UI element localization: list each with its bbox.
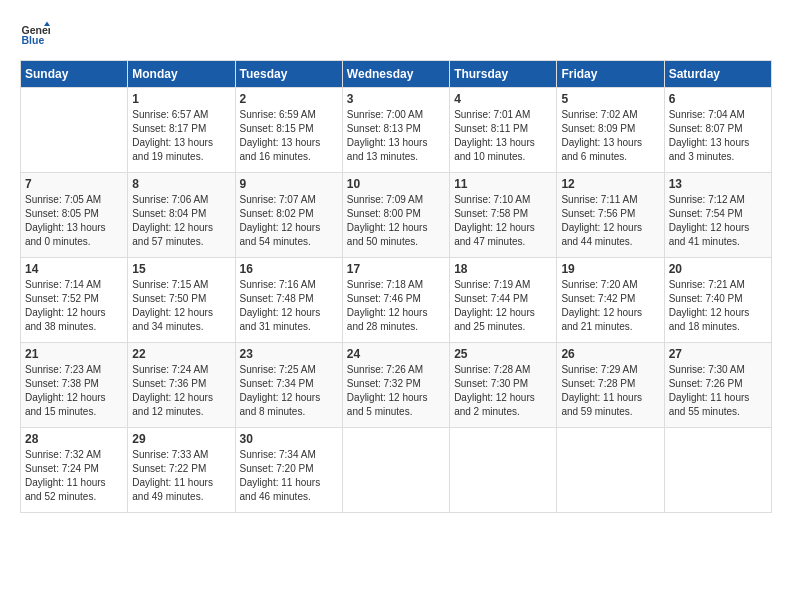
- day-number: 23: [240, 347, 338, 361]
- day-cell: 4Sunrise: 7:01 AM Sunset: 8:11 PM Daylig…: [450, 88, 557, 173]
- day-content: Sunrise: 7:18 AM Sunset: 7:46 PM Dayligh…: [347, 278, 445, 334]
- day-content: Sunrise: 7:00 AM Sunset: 8:13 PM Dayligh…: [347, 108, 445, 164]
- day-cell: 30Sunrise: 7:34 AM Sunset: 7:20 PM Dayli…: [235, 428, 342, 513]
- day-number: 20: [669, 262, 767, 276]
- week-row-3: 14Sunrise: 7:14 AM Sunset: 7:52 PM Dayli…: [21, 258, 772, 343]
- day-cell: 18Sunrise: 7:19 AM Sunset: 7:44 PM Dayli…: [450, 258, 557, 343]
- day-cell: 2Sunrise: 6:59 AM Sunset: 8:15 PM Daylig…: [235, 88, 342, 173]
- day-content: Sunrise: 7:06 AM Sunset: 8:04 PM Dayligh…: [132, 193, 230, 249]
- day-number: 15: [132, 262, 230, 276]
- column-header-saturday: Saturday: [664, 61, 771, 88]
- day-cell: [342, 428, 449, 513]
- header-row: SundayMondayTuesdayWednesdayThursdayFrid…: [21, 61, 772, 88]
- day-number: 13: [669, 177, 767, 191]
- day-number: 4: [454, 92, 552, 106]
- day-cell: 8Sunrise: 7:06 AM Sunset: 8:04 PM Daylig…: [128, 173, 235, 258]
- column-header-friday: Friday: [557, 61, 664, 88]
- day-cell: 13Sunrise: 7:12 AM Sunset: 7:54 PM Dayli…: [664, 173, 771, 258]
- day-content: Sunrise: 7:14 AM Sunset: 7:52 PM Dayligh…: [25, 278, 123, 334]
- day-cell: 6Sunrise: 7:04 AM Sunset: 8:07 PM Daylig…: [664, 88, 771, 173]
- day-cell: 11Sunrise: 7:10 AM Sunset: 7:58 PM Dayli…: [450, 173, 557, 258]
- day-content: Sunrise: 7:19 AM Sunset: 7:44 PM Dayligh…: [454, 278, 552, 334]
- day-number: 1: [132, 92, 230, 106]
- day-number: 5: [561, 92, 659, 106]
- day-cell: [21, 88, 128, 173]
- week-row-1: 1Sunrise: 6:57 AM Sunset: 8:17 PM Daylig…: [21, 88, 772, 173]
- day-content: Sunrise: 7:20 AM Sunset: 7:42 PM Dayligh…: [561, 278, 659, 334]
- day-cell: 7Sunrise: 7:05 AM Sunset: 8:05 PM Daylig…: [21, 173, 128, 258]
- day-number: 17: [347, 262, 445, 276]
- day-content: Sunrise: 7:26 AM Sunset: 7:32 PM Dayligh…: [347, 363, 445, 419]
- day-number: 25: [454, 347, 552, 361]
- day-number: 16: [240, 262, 338, 276]
- day-cell: [664, 428, 771, 513]
- day-cell: 25Sunrise: 7:28 AM Sunset: 7:30 PM Dayli…: [450, 343, 557, 428]
- day-cell: 26Sunrise: 7:29 AM Sunset: 7:28 PM Dayli…: [557, 343, 664, 428]
- day-content: Sunrise: 7:21 AM Sunset: 7:40 PM Dayligh…: [669, 278, 767, 334]
- day-cell: 10Sunrise: 7:09 AM Sunset: 8:00 PM Dayli…: [342, 173, 449, 258]
- day-content: Sunrise: 7:01 AM Sunset: 8:11 PM Dayligh…: [454, 108, 552, 164]
- day-content: Sunrise: 7:04 AM Sunset: 8:07 PM Dayligh…: [669, 108, 767, 164]
- day-number: 12: [561, 177, 659, 191]
- day-content: Sunrise: 6:57 AM Sunset: 8:17 PM Dayligh…: [132, 108, 230, 164]
- day-number: 7: [25, 177, 123, 191]
- day-number: 18: [454, 262, 552, 276]
- day-number: 2: [240, 92, 338, 106]
- week-row-2: 7Sunrise: 7:05 AM Sunset: 8:05 PM Daylig…: [21, 173, 772, 258]
- week-row-4: 21Sunrise: 7:23 AM Sunset: 7:38 PM Dayli…: [21, 343, 772, 428]
- day-number: 10: [347, 177, 445, 191]
- day-content: Sunrise: 7:32 AM Sunset: 7:24 PM Dayligh…: [25, 448, 123, 504]
- calendar-table: SundayMondayTuesdayWednesdayThursdayFrid…: [20, 60, 772, 513]
- day-content: Sunrise: 7:05 AM Sunset: 8:05 PM Dayligh…: [25, 193, 123, 249]
- day-cell: 15Sunrise: 7:15 AM Sunset: 7:50 PM Dayli…: [128, 258, 235, 343]
- column-header-wednesday: Wednesday: [342, 61, 449, 88]
- day-number: 3: [347, 92, 445, 106]
- day-content: Sunrise: 7:09 AM Sunset: 8:00 PM Dayligh…: [347, 193, 445, 249]
- day-content: Sunrise: 7:25 AM Sunset: 7:34 PM Dayligh…: [240, 363, 338, 419]
- day-content: Sunrise: 7:30 AM Sunset: 7:26 PM Dayligh…: [669, 363, 767, 419]
- day-cell: 5Sunrise: 7:02 AM Sunset: 8:09 PM Daylig…: [557, 88, 664, 173]
- day-cell: 20Sunrise: 7:21 AM Sunset: 7:40 PM Dayli…: [664, 258, 771, 343]
- week-row-5: 28Sunrise: 7:32 AM Sunset: 7:24 PM Dayli…: [21, 428, 772, 513]
- day-number: 26: [561, 347, 659, 361]
- day-content: Sunrise: 6:59 AM Sunset: 8:15 PM Dayligh…: [240, 108, 338, 164]
- day-number: 9: [240, 177, 338, 191]
- day-number: 29: [132, 432, 230, 446]
- day-content: Sunrise: 7:29 AM Sunset: 7:28 PM Dayligh…: [561, 363, 659, 419]
- day-cell: 16Sunrise: 7:16 AM Sunset: 7:48 PM Dayli…: [235, 258, 342, 343]
- day-number: 28: [25, 432, 123, 446]
- day-cell: 17Sunrise: 7:18 AM Sunset: 7:46 PM Dayli…: [342, 258, 449, 343]
- day-cell: 19Sunrise: 7:20 AM Sunset: 7:42 PM Dayli…: [557, 258, 664, 343]
- day-cell: [450, 428, 557, 513]
- day-cell: [557, 428, 664, 513]
- day-cell: 28Sunrise: 7:32 AM Sunset: 7:24 PM Dayli…: [21, 428, 128, 513]
- page-header: General Blue: [20, 20, 772, 50]
- day-content: Sunrise: 7:23 AM Sunset: 7:38 PM Dayligh…: [25, 363, 123, 419]
- day-number: 6: [669, 92, 767, 106]
- column-header-monday: Monday: [128, 61, 235, 88]
- day-number: 30: [240, 432, 338, 446]
- day-content: Sunrise: 7:11 AM Sunset: 7:56 PM Dayligh…: [561, 193, 659, 249]
- day-cell: 23Sunrise: 7:25 AM Sunset: 7:34 PM Dayli…: [235, 343, 342, 428]
- day-cell: 27Sunrise: 7:30 AM Sunset: 7:26 PM Dayli…: [664, 343, 771, 428]
- column-header-tuesday: Tuesday: [235, 61, 342, 88]
- day-number: 14: [25, 262, 123, 276]
- day-content: Sunrise: 7:28 AM Sunset: 7:30 PM Dayligh…: [454, 363, 552, 419]
- svg-text:Blue: Blue: [22, 34, 45, 46]
- day-content: Sunrise: 7:15 AM Sunset: 7:50 PM Dayligh…: [132, 278, 230, 334]
- day-cell: 22Sunrise: 7:24 AM Sunset: 7:36 PM Dayli…: [128, 343, 235, 428]
- day-number: 22: [132, 347, 230, 361]
- day-number: 11: [454, 177, 552, 191]
- day-cell: 21Sunrise: 7:23 AM Sunset: 7:38 PM Dayli…: [21, 343, 128, 428]
- day-number: 27: [669, 347, 767, 361]
- day-cell: 14Sunrise: 7:14 AM Sunset: 7:52 PM Dayli…: [21, 258, 128, 343]
- day-content: Sunrise: 7:33 AM Sunset: 7:22 PM Dayligh…: [132, 448, 230, 504]
- day-cell: 9Sunrise: 7:07 AM Sunset: 8:02 PM Daylig…: [235, 173, 342, 258]
- day-content: Sunrise: 7:34 AM Sunset: 7:20 PM Dayligh…: [240, 448, 338, 504]
- column-header-sunday: Sunday: [21, 61, 128, 88]
- day-number: 19: [561, 262, 659, 276]
- day-content: Sunrise: 7:10 AM Sunset: 7:58 PM Dayligh…: [454, 193, 552, 249]
- day-cell: 1Sunrise: 6:57 AM Sunset: 8:17 PM Daylig…: [128, 88, 235, 173]
- day-cell: 3Sunrise: 7:00 AM Sunset: 8:13 PM Daylig…: [342, 88, 449, 173]
- day-number: 8: [132, 177, 230, 191]
